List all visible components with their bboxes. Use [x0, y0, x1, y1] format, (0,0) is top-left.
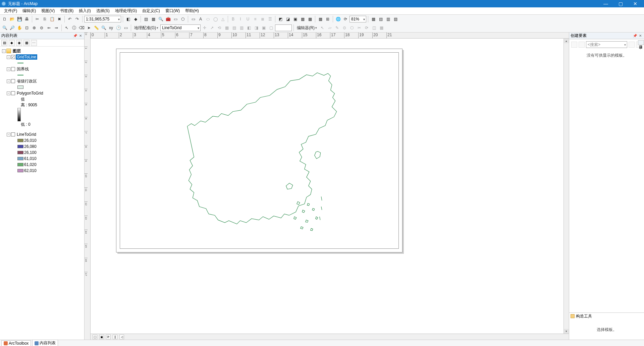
layer-label[interactable]: 省级行政区: [16, 78, 38, 84]
filter-icon[interactable]: [571, 42, 577, 48]
collapse-icon[interactable]: −: [2, 49, 6, 53]
georef-tool-icon[interactable]: ▢: [268, 24, 274, 31]
georef-layer-combo[interactable]: LineToGrid: [160, 24, 201, 31]
pin-icon[interactable]: 📌: [633, 34, 637, 38]
font-italic-icon[interactable]: I: [237, 16, 244, 22]
save-icon[interactable]: 💾: [16, 16, 23, 22]
edit-tool-icon[interactable]: ✎: [334, 24, 340, 31]
menu-view[interactable]: 视图(V): [39, 7, 57, 14]
pause-icon[interactable]: ∥: [113, 335, 117, 339]
layer-symbol[interactable]: [1, 60, 84, 66]
effect-icon[interactable]: ▣: [292, 16, 299, 22]
georef-tool-icon[interactable]: ▣: [260, 24, 267, 31]
georef-tool-icon[interactable]: ◨: [253, 24, 260, 31]
align-icon[interactable]: ☰: [267, 16, 273, 22]
redo-icon[interactable]: ↷: [74, 16, 80, 22]
table-icon[interactable]: ▤: [377, 16, 384, 22]
table-icon[interactable]: ▦: [370, 16, 377, 22]
copy-icon[interactable]: ⎘: [41, 16, 48, 22]
menu-window[interactable]: 窗口(W): [163, 7, 182, 14]
menu-selection[interactable]: 选择(S): [94, 7, 112, 14]
close-icon[interactable]: ✕: [78, 34, 83, 38]
zoom-in-icon[interactable]: 🔍: [1, 24, 8, 31]
class-row[interactable]: 26,080: [1, 143, 84, 150]
tab-toc[interactable]: 内容列表: [32, 340, 58, 346]
georef-tool-icon[interactable]: ▦: [223, 24, 230, 31]
zoom-out-icon[interactable]: 🔎: [9, 24, 15, 31]
new-icon[interactable]: 🗋: [1, 16, 8, 22]
map-canvas[interactable]: [120, 53, 398, 248]
find-icon[interactable]: 🔍: [100, 24, 107, 31]
fixed-zoom-out-icon[interactable]: ⊖: [38, 24, 45, 31]
grid-icon[interactable]: ▦: [317, 16, 324, 22]
georef-rotation-input[interactable]: [275, 24, 292, 31]
list-by-source-icon[interactable]: ◆: [9, 40, 15, 46]
scale-combo[interactable]: 1:31,965,575: [84, 16, 121, 22]
search-icon[interactable]: 🔍: [157, 16, 164, 22]
map-frame[interactable]: [120, 52, 399, 249]
effect-icon[interactable]: ◪: [284, 16, 291, 22]
viewer-icon[interactable]: ▭: [122, 24, 129, 31]
close-icon[interactable]: ✕: [638, 34, 643, 38]
time-icon[interactable]: 🕒: [115, 24, 122, 31]
table-icon[interactable]: ▥: [385, 16, 391, 22]
layer-checkbox[interactable]: [11, 55, 15, 59]
font-bold-icon[interactable]: B: [230, 16, 236, 22]
select-icon[interactable]: ↖: [63, 24, 70, 31]
layout-view-icon[interactable]: ▣: [99, 335, 104, 339]
undo-icon[interactable]: ↶: [66, 16, 73, 22]
layer-row[interactable]: − PolygonToGrid: [1, 90, 84, 96]
menu-customize[interactable]: 自定义(C): [140, 7, 163, 14]
georef-tool-icon[interactable]: ▥: [238, 24, 245, 31]
collapse-icon[interactable]: −: [7, 79, 10, 83]
layer-label[interactable]: GridToLine: [16, 54, 37, 60]
pan-icon[interactable]: ✋: [16, 24, 23, 31]
collapse-icon[interactable]: −: [7, 67, 10, 71]
modelbuilder-icon[interactable]: ⬡: [179, 16, 186, 22]
edit-tool-icon[interactable]: ◫: [371, 24, 377, 31]
layer-label[interactable]: 国界线: [16, 66, 30, 72]
maximize-button[interactable]: ▢: [613, 0, 628, 7]
menu-help[interactable]: 帮助(H): [182, 7, 202, 14]
opacity-combo[interactable]: 81%: [350, 16, 366, 22]
class-row[interactable]: 61,020: [1, 162, 84, 168]
list-by-visibility-icon[interactable]: ◉: [16, 40, 22, 46]
editor-toolbar-icon[interactable]: ◧: [125, 16, 131, 22]
edit-tool-icon[interactable]: ⊙: [341, 24, 348, 31]
menu-insert[interactable]: 插入(I): [76, 7, 93, 14]
tree-root[interactable]: − 图层: [1, 48, 84, 54]
dataframe-label[interactable]: 图层: [12, 48, 22, 54]
edit-tool-icon[interactable]: ↖: [319, 24, 326, 31]
georef-tool-icon[interactable]: ▤: [231, 24, 237, 31]
options-icon[interactable]: ⋯: [31, 40, 37, 46]
class-row[interactable]: 61,010: [1, 156, 84, 162]
arctoolbox-icon[interactable]: 🧰: [165, 16, 171, 22]
layer-row[interactable]: − GridToLine: [1, 54, 84, 60]
layer-label[interactable]: PolygonToGrid: [16, 91, 44, 96]
layer-row[interactable]: − LineToGrid: [1, 131, 84, 137]
layout-page[interactable]: [116, 49, 402, 252]
align-icon[interactable]: ≡: [252, 16, 259, 22]
search-go-icon[interactable]: [629, 42, 635, 48]
globe-icon[interactable]: 🌐: [335, 16, 341, 22]
editor-label[interactable]: 编辑器(R): [296, 25, 318, 31]
xy-icon[interactable]: xy: [108, 24, 114, 31]
catalog-icon[interactable]: ▦: [150, 16, 157, 22]
catalog-side-tab[interactable]: 目录: [638, 40, 644, 45]
effect-icon[interactable]: ◩: [277, 16, 284, 22]
full-extent-icon[interactable]: ⊡: [23, 24, 30, 31]
table-icon[interactable]: ▧: [392, 16, 399, 22]
toc-tree[interactable]: − 图层 − GridToLine − 国界线: [0, 47, 84, 340]
menu-geoprocessing[interactable]: 地理处理(G): [112, 7, 140, 14]
delete-icon[interactable]: ✖: [56, 16, 63, 22]
georef-tool-icon[interactable]: ◧: [246, 24, 252, 31]
layer-row[interactable]: − 省级行政区: [1, 78, 84, 84]
fixed-zoom-in-icon[interactable]: ⊕: [31, 24, 38, 31]
data-view-icon[interactable]: ▢: [93, 335, 97, 339]
pointer-icon[interactable]: ➤: [86, 24, 92, 31]
layer-symbol[interactable]: [1, 72, 84, 78]
class-row[interactable]: 26,010: [1, 137, 84, 143]
layer-checkbox[interactable]: [11, 91, 15, 95]
draw-text-icon[interactable]: A: [197, 16, 204, 22]
menu-bookmarks[interactable]: 书签(B): [57, 7, 76, 14]
